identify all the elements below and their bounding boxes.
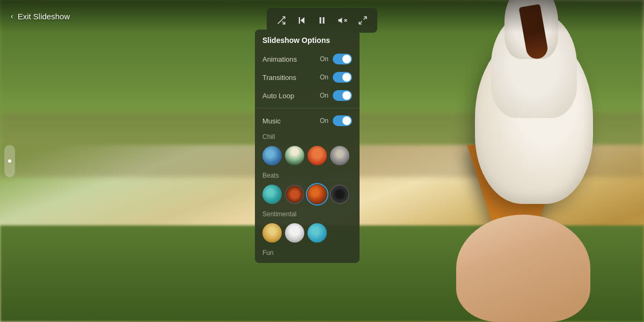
transitions-toggle[interactable] <box>333 72 352 83</box>
chill-circle-2[interactable] <box>285 146 304 165</box>
shuffle-button[interactable] <box>272 11 290 30</box>
svg-rect-4 <box>320 17 321 24</box>
autoloop-toggle-group: On <box>320 90 352 101</box>
exit-label: Exit Slideshow <box>18 12 70 21</box>
beats-circle-3[interactable] <box>308 185 327 204</box>
animations-row: Animations On <box>255 50 360 68</box>
transitions-row: Transitions On <box>255 68 360 86</box>
divider-1 <box>255 108 360 108</box>
svg-line-10 <box>359 21 362 24</box>
autoloop-row: Auto Loop On <box>255 86 360 105</box>
animations-toggle[interactable] <box>333 54 352 64</box>
previous-button[interactable] <box>292 11 311 30</box>
autoloop-label: Auto Loop <box>262 92 294 100</box>
sentimental-circle-3[interactable] <box>308 223 327 243</box>
side-indicator-dot <box>8 159 11 163</box>
sentimental-section-label: Sentimental <box>255 207 360 220</box>
animations-toggle-group: On <box>320 54 352 64</box>
chill-circles <box>255 143 360 169</box>
chill-section-label: Chill <box>255 130 360 143</box>
side-scroll-indicator[interactable] <box>4 145 15 177</box>
music-label: Music <box>262 117 281 125</box>
exit-slideshow-button[interactable]: ‹ Exit Slideshow <box>11 12 70 21</box>
chill-circle-4[interactable] <box>330 146 349 165</box>
sentimental-circle-1[interactable] <box>262 223 282 243</box>
music-on-label: On <box>320 117 328 125</box>
music-row: Music On <box>255 112 360 130</box>
beats-circle-1[interactable] <box>262 185 282 204</box>
autoloop-on-label: On <box>320 92 328 99</box>
hand <box>456 215 590 322</box>
beats-circle-4[interactable] <box>330 185 349 204</box>
sentimental-circle-2[interactable] <box>285 223 304 243</box>
animations-label: Animations <box>262 55 297 63</box>
panel-title: Slideshow Options <box>255 36 360 50</box>
back-icon: ‹ <box>11 12 13 20</box>
autoloop-toggle[interactable] <box>333 90 352 101</box>
chill-circle-1[interactable] <box>262 146 282 165</box>
svg-marker-6 <box>339 18 342 24</box>
svg-marker-2 <box>301 17 305 24</box>
beats-circle-2[interactable] <box>285 185 304 204</box>
slideshow-options-panel: Slideshow Options Animations On Transiti… <box>255 30 360 263</box>
transitions-label: Transitions <box>262 74 296 82</box>
beats-section-label: Beats <box>255 169 360 181</box>
sentimental-circles <box>255 220 360 246</box>
svg-line-9 <box>364 17 367 19</box>
chill-circle-3[interactable] <box>308 146 327 165</box>
music-toggle-group: On <box>320 115 352 126</box>
fun-section-label: Fun <box>255 246 360 259</box>
music-toggle[interactable] <box>333 115 352 126</box>
transitions-on-label: On <box>320 74 328 81</box>
pause-button[interactable] <box>313 11 331 30</box>
beats-circles <box>255 181 360 207</box>
svg-rect-5 <box>323 17 325 24</box>
svg-rect-3 <box>299 17 300 24</box>
animations-on-label: On <box>320 55 328 63</box>
mute-button[interactable] <box>333 11 352 30</box>
fullscreen-button[interactable] <box>354 11 372 30</box>
transitions-toggle-group: On <box>320 72 352 83</box>
